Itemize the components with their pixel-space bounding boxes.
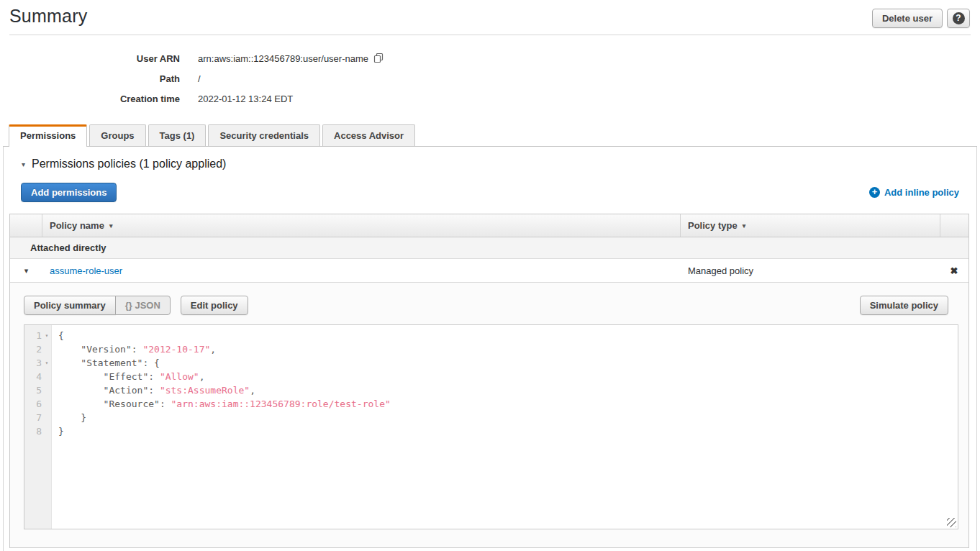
permissions-policies-section-toggle[interactable]: ▾ Permissions policies (1 policy applied… bbox=[22, 158, 976, 170]
plus-circle-icon: + bbox=[869, 187, 880, 198]
page-header: Summary Delete user ? bbox=[0, 0, 980, 28]
detach-policy-x-icon[interactable]: ✖ bbox=[940, 265, 968, 276]
editor-line: 3▾ "Statement": { bbox=[24, 356, 958, 370]
delete-user-button[interactable]: Delete user bbox=[872, 9, 943, 28]
policy-name-column-header[interactable]: Policy name ▾ bbox=[42, 214, 681, 237]
fold-caret-icon[interactable]: ▾ bbox=[42, 329, 52, 342]
view-toggle-group: Policy summary {} JSON bbox=[24, 296, 171, 315]
page-title: Summary bbox=[9, 6, 87, 27]
policy-summary-button[interactable]: Policy summary bbox=[24, 296, 116, 315]
editor-line: 4 "Effect": "Allow", bbox=[24, 370, 958, 383]
help-button[interactable]: ? bbox=[947, 9, 970, 28]
add-permissions-button[interactable]: Add permissions bbox=[21, 183, 117, 202]
sort-caret-icon: ▾ bbox=[109, 222, 113, 229]
tab-groups[interactable]: Groups bbox=[89, 124, 145, 146]
chevron-down-icon: ▾ bbox=[22, 160, 25, 168]
sort-caret-icon: ▾ bbox=[743, 222, 746, 229]
editor-line: 5 "Action": "sts:AssumeRole", bbox=[24, 383, 958, 397]
collapse-row-caret-icon[interactable]: ▾ bbox=[10, 266, 42, 276]
creation-time-label: Creation time bbox=[0, 94, 180, 104]
iam-user-summary-page: Summary Delete user ? User ARN arn:aws:i… bbox=[0, 0, 980, 551]
creation-time-value: 2022-01-12 13:24 EDT bbox=[198, 94, 293, 104]
policy-table: Policy name ▾ Policy type ▾ Attached dir… bbox=[9, 214, 969, 548]
permissions-policies-section-title: Permissions policies (1 policy applied) bbox=[32, 158, 226, 170]
tab-permissions[interactable]: Permissions bbox=[9, 124, 87, 147]
path-value: / bbox=[198, 73, 201, 84]
path-label: Path bbox=[0, 73, 180, 84]
editor-resize-handle[interactable] bbox=[947, 518, 956, 527]
policy-row: ▾ assume-role-user Managed policy ✖ bbox=[10, 259, 968, 283]
editor-line: 2 "Version": "2012-10-17", bbox=[24, 342, 958, 356]
actions-column-header bbox=[940, 214, 968, 237]
policy-type-value: Managed policy bbox=[681, 265, 940, 276]
user-info: User ARN arn:aws:iam::123456789:user/use… bbox=[0, 48, 980, 109]
fold-caret-icon[interactable]: ▾ bbox=[42, 356, 52, 370]
editor-line: 8} bbox=[24, 424, 958, 438]
attached-directly-group-row: Attached directly bbox=[10, 237, 968, 259]
add-inline-policy-label: Add inline policy bbox=[884, 187, 959, 198]
json-view-button[interactable]: {} JSON bbox=[115, 296, 171, 315]
user-arn-row: User ARN arn:aws:iam::123456789:user/use… bbox=[0, 48, 980, 68]
policy-name-link[interactable]: assume-role-user bbox=[50, 265, 122, 276]
edit-policy-button[interactable]: Edit policy bbox=[181, 296, 248, 315]
policy-type-column-header[interactable]: Policy type ▾ bbox=[681, 214, 940, 237]
expand-column-header bbox=[10, 214, 42, 237]
editor-lines: 1▾{ 2 "Version": "2012-10-17", 3▾ "State… bbox=[24, 325, 958, 438]
tab-access-advisor[interactable]: Access Advisor bbox=[322, 124, 415, 146]
user-arn-label: User ARN bbox=[0, 53, 180, 64]
add-inline-policy-link[interactable]: + Add inline policy bbox=[869, 187, 959, 198]
permissions-tab-panel: ▾ Permissions policies (1 policy applied… bbox=[3, 147, 977, 551]
path-row: Path / bbox=[0, 68, 980, 88]
copy-icon[interactable] bbox=[373, 53, 384, 65]
user-arn-value: arn:aws:iam::123456789:user/user-name bbox=[198, 53, 368, 64]
header-actions: Delete user ? bbox=[872, 9, 970, 28]
tab-security-credentials[interactable]: Security credentials bbox=[208, 124, 320, 146]
help-icon: ? bbox=[953, 12, 965, 24]
policy-json-editor[interactable]: 1▾{ 2 "Version": "2012-10-17", 3▾ "State… bbox=[24, 324, 958, 529]
simulate-policy-button[interactable]: Simulate policy bbox=[860, 296, 948, 315]
header-divider bbox=[9, 35, 971, 35]
editor-line: 6 "Resource": "arn:aws:iam::123456789:ro… bbox=[24, 397, 958, 411]
tab-bar: Permissions Groups Tags (1) Security cre… bbox=[3, 124, 977, 147]
editor-line: 7 } bbox=[24, 411, 958, 424]
policy-detail-panel: Policy summary {} JSON Edit policy Simul… bbox=[10, 283, 968, 547]
policy-detail-toolbar: Policy summary {} JSON Edit policy Simul… bbox=[24, 296, 948, 315]
editor-line: 1▾{ bbox=[24, 329, 958, 342]
policy-actions-row: Add permissions + Add inline policy bbox=[21, 183, 959, 202]
creation-time-row: Creation time 2022-01-12 13:24 EDT bbox=[0, 88, 980, 109]
tab-tags[interactable]: Tags (1) bbox=[148, 124, 207, 146]
policy-table-header: Policy name ▾ Policy type ▾ bbox=[10, 214, 968, 237]
